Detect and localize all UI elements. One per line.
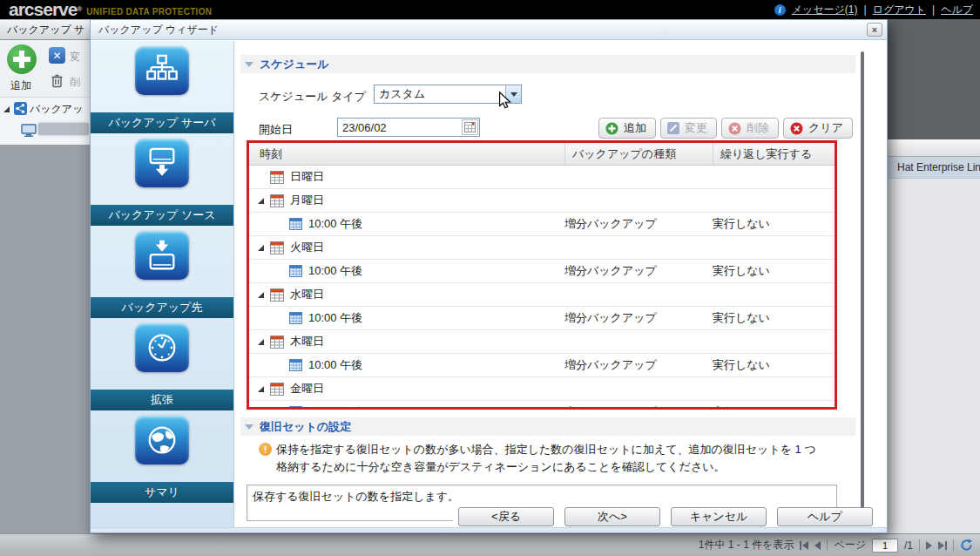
time-row[interactable]: 10:00 午後増分バックアップ実行しない <box>249 401 835 410</box>
expand-caret-icon[interactable] <box>258 339 264 345</box>
start-date-value: 23/06/02 <box>338 121 462 134</box>
modify-label: 変 <box>70 50 80 64</box>
background-tab: バックアップ サ <box>0 19 91 40</box>
pagination-bar: 1件中 1 - 1 件を表示 ページ 1 /1 <box>0 533 980 556</box>
expand-caret-icon[interactable] <box>258 386 264 392</box>
day-row[interactable]: 月曜日 <box>249 189 835 213</box>
dialog-title: バックアップ ウィザード <box>98 23 219 37</box>
sidebar-step-label: バックアップ ソース <box>91 205 233 226</box>
modify-icon[interactable]: ✕ <box>49 47 65 64</box>
day-row[interactable]: 日曜日 <box>249 166 835 189</box>
column-time: 時刻 <box>249 143 564 165</box>
time-grid-icon <box>289 265 302 277</box>
day-row[interactable]: 金曜日 <box>249 377 835 401</box>
background-table-row: Hat Enterprise Lin <box>888 157 980 179</box>
sidebar-step-backup-source[interactable]: バックアップ ソース <box>91 139 233 226</box>
prev-page-button[interactable] <box>814 541 821 550</box>
tree-node-label[interactable]: バックアッ <box>30 102 83 117</box>
wizard-content: スケジュール スケジュール タイプ カスタム 開始日 23/06/02 追加 <box>235 41 887 527</box>
day-calendar-icon <box>270 194 284 207</box>
dropdown-button[interactable] <box>505 85 521 103</box>
next-button[interactable]: 次へ> <box>564 507 660 526</box>
repeat-cell: 実行しない <box>713 263 835 279</box>
schedule-section-title: スケジュール <box>260 57 329 72</box>
cancel-button[interactable]: キャンセル <box>671 507 767 526</box>
schedule-section-header[interactable]: スケジュール <box>240 55 855 73</box>
refresh-icon[interactable] <box>960 539 973 552</box>
add-schedule-button[interactable]: 追加 <box>598 118 656 139</box>
last-page-button[interactable] <box>938 541 947 550</box>
modify-schedule-button[interactable]: 変更 <box>660 118 717 139</box>
next-page-button[interactable] <box>926 541 932 550</box>
clear-schedule-button[interactable]: クリア <box>783 118 853 139</box>
time-label: 10:00 午後 <box>308 357 362 373</box>
background-right-panel: Hat Enterprise Lin <box>888 19 980 533</box>
clock-icon <box>135 323 189 372</box>
tree-expand-caret-icon[interactable] <box>3 106 10 112</box>
backup-type-cell: 増分バックアップ <box>564 404 713 410</box>
backup-wizard-dialog: バックアップ ウィザード × バックアップ サーババックアップ ソースバックアッ… <box>90 19 888 533</box>
expand-caret-icon[interactable] <box>258 245 264 251</box>
background-column-header <box>888 139 980 157</box>
trash-icon[interactable] <box>51 73 64 92</box>
vertical-scrollbar[interactable] <box>861 51 864 508</box>
link-separator: | <box>932 3 935 16</box>
calendar-picker-button[interactable] <box>462 119 478 135</box>
day-calendar-icon <box>270 241 284 254</box>
back-button[interactable]: <戻る <box>458 507 554 526</box>
help-link[interactable]: ヘルプ <box>941 3 973 17</box>
dialog-bottom-strip <box>91 527 887 532</box>
collapse-triangle-icon <box>245 62 253 67</box>
day-row[interactable]: 水曜日 <box>249 283 835 307</box>
pagination-summary: 1件中 1 - 1 件を表示 <box>699 538 794 553</box>
dialog-titlebar[interactable]: バックアップ ウィザード × <box>91 20 887 40</box>
day-row[interactable]: 木曜日 <box>249 330 835 354</box>
pagination-divider <box>827 539 828 552</box>
start-date-input[interactable]: 23/06/02 <box>337 118 480 137</box>
time-label: 10:00 午後 <box>308 216 362 232</box>
recovery-warning-text: 保持を指定する復旧セットの数が多い場合、指定した数の復旧セットに加えて、追加の復… <box>276 441 825 476</box>
schedule-type-label: スケジュール タイプ <box>259 89 366 105</box>
sidebar-step-label: 拡張 <box>91 390 233 410</box>
add-icon[interactable] <box>7 44 37 74</box>
time-grid-icon <box>289 312 302 324</box>
page-input[interactable]: 1 <box>872 539 898 553</box>
sidebar-step-summary[interactable]: サマリ <box>91 416 233 503</box>
schedule-table: 時刻 バックアップの種類 繰り返し実行する 日曜日月曜日10:00 午後増分バッ… <box>247 140 837 410</box>
time-row[interactable]: 10:00 午後増分バックアップ実行しない <box>249 354 835 377</box>
day-row[interactable]: 火曜日 <box>249 236 835 260</box>
day-calendar-icon <box>270 171 284 184</box>
time-row[interactable]: 10:00 午後増分バックアップ実行しない <box>249 213 835 236</box>
help-button[interactable]: ヘルプ <box>777 507 873 526</box>
top-bar: arcserve® UNIFIED DATA PROTECTION i メッセー… <box>0 0 980 19</box>
logout-link[interactable]: ログアウト <box>873 3 926 17</box>
time-label: 10:00 午後 <box>308 263 362 279</box>
sidebar-step-backup-destination[interactable]: バックアップ先 <box>91 231 233 318</box>
delete-schedule-button[interactable]: 削除 <box>721 118 779 139</box>
recovery-section-header[interactable]: 復旧セットの設定 <box>240 417 855 436</box>
delete-label: 削 <box>70 75 80 90</box>
time-row[interactable]: 10:00 午後増分バックアップ実行しない <box>249 260 835 283</box>
day-calendar-icon <box>270 383 284 396</box>
pagination-divider <box>919 539 920 552</box>
day-calendar-icon <box>270 336 284 349</box>
schedule-type-select[interactable]: カスタム <box>374 85 522 104</box>
sidebar-step-backup-server[interactable]: バックアップ サーバ <box>91 46 233 133</box>
day-label: 日曜日 <box>290 169 324 185</box>
expand-caret-icon[interactable] <box>258 198 264 204</box>
repeat-cell: 実行しない <box>713 216 835 232</box>
messages-link[interactable]: メッセージ(1) <box>792 3 858 17</box>
page-label: ページ <box>834 538 866 553</box>
first-page-button[interactable] <box>800 541 808 550</box>
day-label: 火曜日 <box>290 240 324 255</box>
close-icon[interactable]: × <box>867 23 882 37</box>
background-toolbar: 追加 ✕ 変 削 <box>0 40 91 98</box>
computer-icon[interactable] <box>21 124 37 140</box>
warning-icon: ! <box>259 443 272 456</box>
time-grid-icon <box>289 406 302 410</box>
wizard-footer-buttons: <戻る次へ>キャンセルヘルプ <box>453 507 873 526</box>
expand-caret-icon[interactable] <box>258 292 264 298</box>
globe-icon <box>135 416 189 464</box>
sidebar-step-advanced[interactable]: 拡張 <box>91 323 233 410</box>
time-row[interactable]: 10:00 午後増分バックアップ実行しない <box>249 307 835 330</box>
